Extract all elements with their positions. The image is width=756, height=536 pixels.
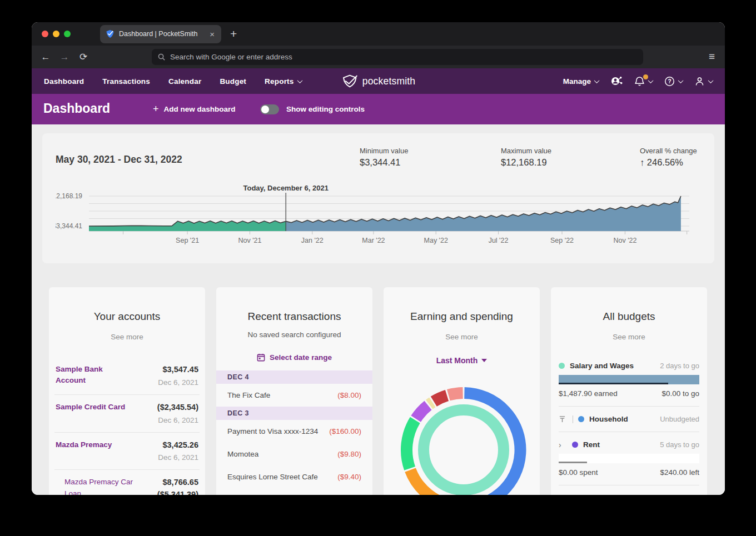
desktop-background: Dashboard | PocketSmith × + ← → ⟳ Search… bbox=[0, 0, 756, 536]
svg-text:Nov '21: Nov '21 bbox=[238, 237, 261, 244]
reload-icon[interactable]: ⟳ bbox=[74, 51, 93, 63]
new-tab-button[interactable]: + bbox=[230, 27, 237, 41]
browser-toolbar: ← → ⟳ Search with Google or enter addres… bbox=[32, 46, 725, 68]
transaction-amount: ($9.80) bbox=[337, 450, 361, 458]
account-balance: $3,425.26 bbox=[158, 439, 198, 452]
tab-close-icon[interactable]: × bbox=[208, 29, 216, 39]
notifications-menu[interactable] bbox=[634, 76, 653, 87]
editing-controls-label: Show editing controls bbox=[286, 105, 365, 113]
transaction-row[interactable]: The Fix Cafe($8.00) bbox=[216, 384, 372, 407]
budget-status: 6 days to go bbox=[660, 494, 699, 495]
chevron-down-icon bbox=[708, 78, 714, 83]
app-navbar: Dashboard Transactions Calendar Budget R… bbox=[32, 68, 725, 94]
networth-card: May 30, 2021 - Dec 31, 2022 Minimum valu… bbox=[42, 133, 714, 263]
period-dropdown[interactable]: Last Month bbox=[436, 356, 488, 365]
nav-item-dashboard[interactable]: Dashboard bbox=[44, 77, 84, 86]
account-row[interactable]: Mazda Premacy Car Loan$8,766.65($5,341.3… bbox=[49, 470, 205, 495]
card-title: Recent transactions bbox=[216, 310, 372, 323]
nav-item-transactions[interactable]: Transactions bbox=[102, 77, 150, 86]
svg-text:May '22: May '22 bbox=[424, 237, 448, 244]
expand-chevron-icon[interactable]: › bbox=[559, 441, 568, 449]
account-link[interactable]: Sample Bank Account bbox=[56, 364, 133, 387]
editing-controls-toggle[interactable] bbox=[260, 104, 279, 114]
chevron-down-icon bbox=[594, 78, 600, 83]
nav-item-calendar[interactable]: Calendar bbox=[168, 77, 201, 86]
transaction-row[interactable]: Momotea($9.80) bbox=[216, 443, 372, 465]
pocketsmith-logo[interactable]: pocketsmith bbox=[341, 74, 416, 88]
stat-change-value: ↑ 246.56% bbox=[640, 157, 701, 168]
budget-row-header: HouseholdUnbudgeted bbox=[559, 415, 699, 423]
zoom-window-button[interactable] bbox=[64, 31, 71, 37]
help-icon: ? bbox=[664, 76, 675, 87]
budget-row[interactable]: HouseholdUnbudgeted bbox=[559, 406, 699, 423]
transaction-name: Momotea bbox=[227, 450, 258, 458]
primary-nav: Dashboard Transactions Calendar Budget R… bbox=[32, 77, 302, 86]
expand-chevron-icon[interactable]: › bbox=[559, 494, 568, 495]
browser-tab[interactable]: Dashboard | PocketSmith × bbox=[100, 25, 221, 43]
nav-item-reports[interactable]: Reports bbox=[265, 77, 301, 86]
budget-row[interactable]: ›Utilities6 days to go bbox=[559, 485, 699, 495]
rollup-icon bbox=[559, 415, 568, 423]
window-controls bbox=[32, 31, 71, 37]
plus-icon: + bbox=[153, 104, 159, 114]
budget-name: Salary and Wages bbox=[570, 362, 660, 370]
account-row[interactable]: Sample Credit Card($2,345.54)Dec 6, 2021 bbox=[49, 395, 205, 432]
account-balance: $8,766.65 bbox=[157, 477, 198, 489]
account-balance: ($5,341.39) bbox=[157, 489, 198, 495]
earning-spending-donut-chart bbox=[384, 379, 540, 495]
dropdown-triangle-icon bbox=[481, 359, 487, 362]
your-accounts-card: Your accounts See more Sample Bank Accou… bbox=[49, 287, 205, 495]
nav-item-budget[interactable]: Budget bbox=[220, 77, 246, 86]
amount-right: $0.00 to go bbox=[662, 389, 699, 398]
forward-icon[interactable]: → bbox=[55, 52, 74, 63]
transaction-row[interactable]: Payment to Visa xxxx-1234($160.00) bbox=[216, 420, 372, 443]
date-range: May 30, 2021 - Dec 31, 2022 bbox=[56, 154, 360, 166]
utility-nav: Manage bbox=[563, 76, 713, 87]
close-window-button[interactable] bbox=[42, 31, 48, 37]
select-date-range-button[interactable]: Select date range bbox=[257, 353, 332, 362]
account-values: ($2,345.54)Dec 6, 2021 bbox=[157, 402, 198, 424]
address-bar[interactable]: Search with Google or enter address bbox=[152, 49, 643, 65]
card-title: All budgets bbox=[551, 310, 707, 323]
transaction-amount: ($9.40) bbox=[337, 473, 361, 481]
budget-progress-bar bbox=[559, 375, 699, 384]
toggle-knob bbox=[261, 106, 269, 113]
page-title: Dashboard bbox=[43, 101, 110, 116]
select-date-range-label: Select date range bbox=[270, 353, 332, 362]
account-link[interactable]: Mazda Premacy bbox=[56, 439, 133, 462]
see-more-link[interactable]: See more bbox=[613, 333, 645, 341]
see-more-link[interactable]: See more bbox=[445, 333, 478, 341]
svg-text:Nov '22: Nov '22 bbox=[613, 237, 636, 244]
browser-window: Dashboard | PocketSmith × + ← → ⟳ Search… bbox=[32, 22, 725, 495]
dashboard-content: May 30, 2021 - Dec 31, 2022 Minimum valu… bbox=[32, 124, 725, 495]
account-row[interactable]: Mazda Premacy$3,425.26Dec 6, 2021 bbox=[49, 433, 205, 470]
user-icon bbox=[694, 76, 705, 87]
browser-menu-icon[interactable]: ≡ bbox=[709, 51, 715, 63]
account-link[interactable]: Sample Credit Card bbox=[56, 402, 133, 424]
user-menu[interactable] bbox=[694, 76, 713, 87]
account-row[interactable]: Sample Bank Account$3,547.45Dec 6, 2021 bbox=[49, 357, 205, 394]
manage-menu[interactable]: Manage bbox=[563, 77, 599, 86]
account-balance: $3,547.45 bbox=[158, 364, 198, 376]
budget-status: Unbudgeted bbox=[660, 415, 699, 423]
transaction-row[interactable]: Esquires Lorne Street Cafe($9.40) bbox=[216, 465, 372, 488]
svg-text:Today, December 6, 2021: Today, December 6, 2021 bbox=[243, 186, 328, 192]
back-icon[interactable]: ← bbox=[36, 52, 55, 63]
budget-status: 2 days to go bbox=[660, 362, 699, 370]
budget-row[interactable]: ›Rent5 days to go$0.00 spent$240.00 left bbox=[559, 432, 699, 477]
see-more-link[interactable]: See more bbox=[111, 333, 143, 341]
stat-maximum: Maximum value $12,168.19 bbox=[501, 147, 640, 172]
transaction-row[interactable]: Payment Received - Thank you$160.00 bbox=[216, 488, 372, 495]
svg-text:Mar '22: Mar '22 bbox=[362, 237, 385, 244]
progress-underline bbox=[559, 462, 587, 463]
help-menu[interactable]: ? bbox=[664, 76, 683, 87]
add-dashboard-button[interactable]: + Add new dashboard bbox=[153, 104, 236, 114]
advisor-icon[interactable] bbox=[610, 76, 623, 87]
budget-amounts: $0.00 spent$240.00 left bbox=[559, 468, 699, 477]
separator bbox=[573, 415, 573, 423]
budget-row[interactable]: Salary and Wages2 days to go$1,487.90 ea… bbox=[559, 362, 699, 398]
minimize-window-button[interactable] bbox=[53, 31, 59, 37]
budget-amounts: $1,487.90 earned$0.00 to go bbox=[559, 389, 699, 398]
notification-badge bbox=[643, 74, 648, 79]
account-link[interactable]: Mazda Premacy Car Loan bbox=[56, 477, 142, 495]
